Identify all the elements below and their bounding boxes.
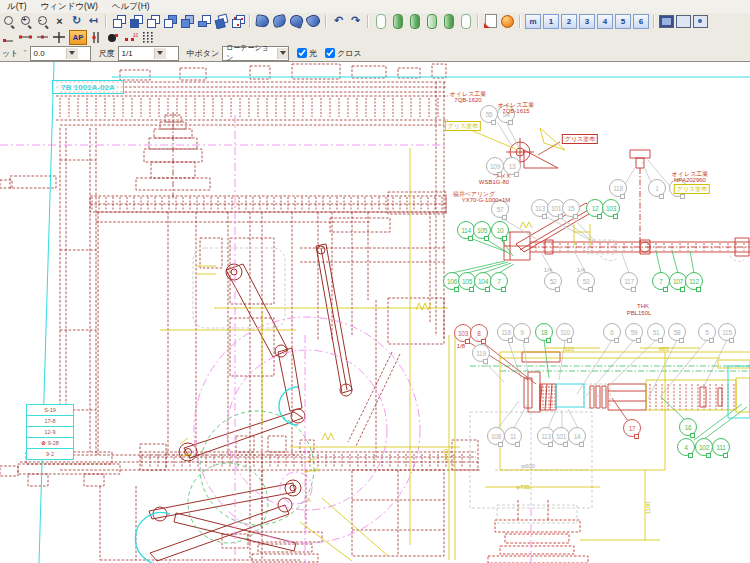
guide-checkbox-label: 光 [309,48,317,59]
chevron-down-icon[interactable] [277,48,288,59]
balloon-callout: 15 [562,199,580,217]
window-5-button[interactable]: 5 [615,14,631,29]
drawing-annotation: 1/8 [457,343,465,349]
zoom-in-icon[interactable]: + [18,14,34,29]
snap-arc-icon[interactable] [106,30,122,45]
drawing-canvas[interactable]: 7B 1001A-02A S-1917-812-9⊘9-289-2 555410… [0,62,750,563]
drawing-annotation: グリス塗布 [674,184,710,194]
balloon-callout: 14 [568,427,586,445]
balloon-callout: 4 [677,438,695,456]
main-toolbar: +-×↻↤↶↷m123456 [0,13,750,30]
window-m-button[interactable]: m [525,14,541,29]
view-front-icon[interactable] [128,14,144,29]
balloon-callout: 6 [603,323,621,341]
chevron-down-icon[interactable] [66,48,78,59]
layer-5-icon[interactable] [441,14,457,29]
screen-config-3-icon[interactable] [693,14,709,29]
layer-tag-table: S-1917-812-9⊘9-289-2 [26,405,74,460]
window-4-button[interactable]: 4 [597,14,613,29]
scale-value: 1/1 [122,49,150,58]
cross-checkbox-input[interactable] [325,48,335,58]
snap-ap-button[interactable]: AP [69,30,87,45]
solid-tool-3-icon[interactable] [289,14,305,29]
drawing-annotation: YX70-G-1000×1M [462,197,511,203]
zoom-icon[interactable] [1,14,17,29]
window-1-button[interactable]: 1 [543,14,559,29]
view-top-icon[interactable] [145,14,161,29]
balloon-callout: 111 [712,438,730,456]
middle-button-value: ローテーション [226,43,273,63]
render-icon[interactable] [500,14,516,29]
layer-3-icon[interactable] [407,14,423,29]
plot-icon[interactable] [483,14,499,29]
snap-cross-icon[interactable] [52,30,68,45]
screen-config-2-icon[interactable] [676,14,692,29]
balloon-callout: 110 [556,323,574,341]
drawing-annotation: 7QB-1620 [454,97,481,103]
guide-checkbox-input[interactable] [297,48,307,58]
balloon-callout: 58 [668,323,686,341]
guide-checkbox[interactable]: 光 [297,48,317,59]
solid-tool-1-icon[interactable] [255,14,271,29]
balloon-callout: 17 [623,419,641,437]
drawing-annotation: 520 [564,346,574,352]
drawing-annotation: φ735 [516,484,530,490]
snap-endpoint-icon[interactable] [18,30,34,45]
zoom-extents-icon[interactable]: × [52,14,68,29]
layer-4-icon[interactable] [424,14,440,29]
balloon-callout: 9 [513,323,531,341]
snap-free-icon[interactable] [1,30,17,45]
drawing-annotation: 7QB-1615 [502,108,529,114]
drawing-annotation: グリス塗布 [562,134,598,144]
middle-button-select[interactable]: ローテーション [222,46,289,61]
balloon-callout: 10 [491,221,509,239]
layer-6-icon[interactable] [458,14,474,29]
solid-tool-4-icon[interactable] [306,14,322,29]
view-isometric-icon[interactable] [111,14,127,29]
drawing-annotation: φ600 [521,463,535,469]
redo-icon[interactable]: ↷ [348,14,364,29]
zoom-previous-icon[interactable]: ↤ [86,14,102,29]
grid-value: 0.0 [34,49,62,58]
solid-tool-2-icon[interactable] [272,14,288,29]
screen-config-1-icon[interactable] [659,14,675,29]
layer-1-icon[interactable] [373,14,389,29]
redraw-icon[interactable]: ↻ [69,14,85,29]
menu-tool[interactable]: ル(T) [0,1,34,13]
view-plane-icon[interactable] [196,14,212,29]
drawing-annotation: A [307,497,311,503]
balloon-callout: 108 [487,427,505,445]
snap-midpoint-icon[interactable] [35,30,51,45]
cross-checkbox-label: クロス [337,48,362,59]
window-2-button[interactable]: 2 [561,14,577,29]
drawing-annotation: NPA202960 [674,177,706,183]
balloon-callout: 112 [685,272,703,290]
svg-text:10: 10 [133,32,138,38]
menu-window[interactable]: ウィンドウ(W) [34,1,105,13]
cad-application-window: ル(T) ウィンドウ(W) ヘルプ(H) +-×↻↤↶↷m123456 AP10… [0,0,750,563]
balloon-callout: 53 [577,272,595,290]
zoom-out-icon[interactable]: - [35,14,51,29]
balloon-callout: 51 [647,323,665,341]
grid-select[interactable]: 0.0 [30,46,91,61]
layer-2-icon[interactable] [390,14,406,29]
balloon-callout: 55 [480,105,498,123]
menu-help[interactable]: ヘルプ(H) [105,1,157,13]
undo-icon[interactable]: ↶ [331,14,347,29]
view-points-icon[interactable] [230,14,246,29]
view-right-icon[interactable] [162,14,178,29]
drawing-annotation: PBL150L [627,310,652,316]
window-3-button[interactable]: 3 [579,14,595,29]
drawing-annotation: 1160 [443,449,449,462]
snap-parallel-icon[interactable] [89,30,105,45]
window-6-button[interactable]: 6 [633,14,649,29]
chevron-down-icon[interactable] [154,48,166,59]
snap-grid-icon[interactable] [140,30,156,45]
cross-checkbox[interactable]: クロス [325,48,362,59]
view-sheet-icon[interactable] [213,14,229,29]
snap-pitch-icon[interactable]: 10 [123,30,139,45]
layer-tag-row: 9-2 [26,448,74,460]
drawing-annotation: THK [637,303,649,309]
view-shaded-icon[interactable] [179,14,195,29]
scale-select[interactable]: 1/1 [118,46,179,61]
